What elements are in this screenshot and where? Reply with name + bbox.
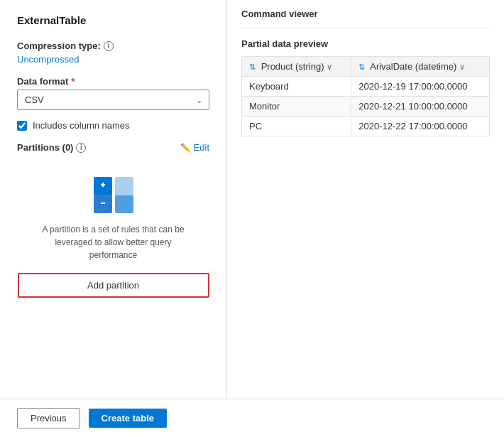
includes-column-names-checkbox[interactable]	[17, 121, 27, 131]
footer: Previous Create table	[0, 399, 504, 437]
data-preview-table: ⇅ Product (string) ∨ ⇅ ArivalDate (datet…	[241, 56, 490, 136]
table-row: PC2020-12-22 17:00:00.0000	[242, 117, 490, 136]
partition-visual: A partition is a set of rules that can b…	[17, 164, 209, 312]
includes-column-names-row: Includes column names	[17, 120, 209, 131]
svg-rect-4	[115, 177, 133, 195]
col-header-product: ⇅ Product (string) ∨	[242, 57, 351, 77]
create-table-button[interactable]: Create table	[89, 409, 167, 428]
table-cell: 2020-12-22 17:00:00.0000	[351, 117, 490, 136]
required-star: *	[71, 76, 75, 87]
left-panel: ExternalTable Compression type: i Uncomp…	[0, 0, 227, 399]
table-cell: PC	[242, 117, 351, 136]
partition-description: A partition is a set of rules that can b…	[35, 223, 192, 261]
command-viewer-title: Command viewer	[241, 9, 490, 19]
data-format-label: Data format *	[17, 76, 209, 87]
table-row: Monitor2020-12-21 10:00:00.0000	[242, 97, 490, 117]
partition-icon	[92, 176, 135, 215]
compression-value: Uncompressed	[17, 54, 209, 65]
pencil-icon: ✏️	[180, 143, 191, 153]
compression-label: Compression type: i	[17, 41, 209, 51]
add-partition-button[interactable]: Add partition	[18, 273, 209, 298]
chevron-down-product: ∨	[327, 63, 332, 71]
includes-column-names-label: Includes column names	[33, 120, 130, 131]
previous-button[interactable]: Previous	[17, 408, 80, 428]
table-cell: 2020-12-19 17:00:00.0000	[351, 77, 490, 97]
table-row: Keyboard2020-12-19 17:00:00.0000	[242, 77, 490, 97]
compression-info-icon[interactable]: i	[104, 41, 114, 51]
svg-rect-6	[101, 203, 105, 204]
page-title: ExternalTable	[17, 14, 209, 26]
partial-preview-title: Partial data preview	[241, 38, 490, 49]
svg-rect-2	[102, 183, 104, 187]
partitions-info-icon[interactable]: i	[76, 143, 86, 153]
table-cell: Keyboard	[242, 77, 351, 97]
data-format-wrapper: CSV TSV JSON Parquet ⌄	[17, 90, 209, 110]
chevron-down-arrival: ∨	[459, 63, 465, 71]
divider-1	[241, 28, 490, 28]
col-header-arrival: ⇅ ArivalDate (datetime) ∨	[351, 57, 490, 77]
svg-rect-3	[115, 195, 133, 213]
table-cell: 2020-12-21 10:00:00.0000	[351, 97, 490, 117]
data-format-select[interactable]: CSV TSV JSON Parquet	[17, 90, 209, 110]
table-cell: Monitor	[242, 97, 351, 117]
edit-link[interactable]: ✏️ Edit	[180, 142, 209, 153]
partitions-header: Partitions (0) i ✏️ Edit	[17, 142, 209, 153]
sort-icon-arrival: ⇅	[358, 63, 365, 71]
right-panel: Command viewer Partial data preview ⇅ Pr…	[227, 0, 504, 399]
sort-icon-product: ⇅	[249, 63, 256, 71]
partitions-title: Partitions (0) i	[17, 142, 86, 153]
